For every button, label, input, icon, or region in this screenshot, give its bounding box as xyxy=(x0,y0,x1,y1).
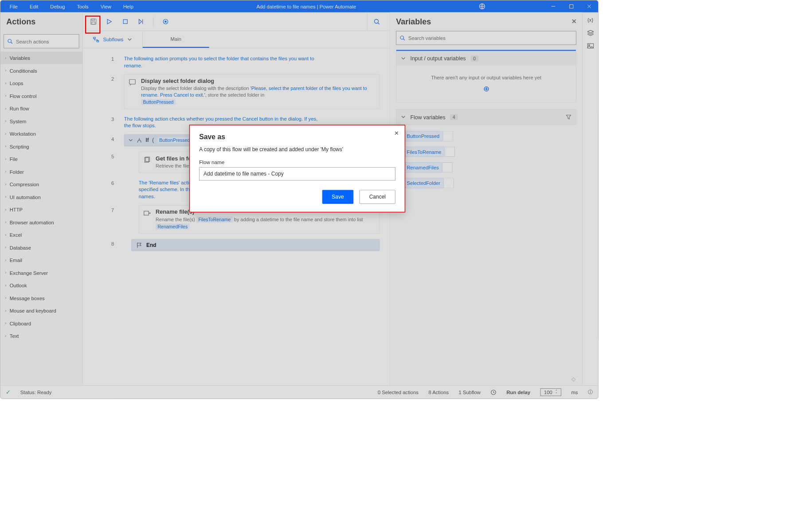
save-confirm-button[interactable]: Save xyxy=(322,190,354,204)
flow-name-label: Flow name xyxy=(199,159,395,165)
flow-name-input[interactable] xyxy=(199,167,395,180)
save-as-dialog: ✕ Save as A copy of this flow will be cr… xyxy=(189,125,406,212)
dialog-close-button[interactable]: ✕ xyxy=(394,130,399,137)
cancel-button[interactable]: Cancel xyxy=(360,190,395,204)
dialog-title: Save as xyxy=(199,133,395,141)
dialog-message: A copy of this flow will be created and … xyxy=(199,147,395,153)
